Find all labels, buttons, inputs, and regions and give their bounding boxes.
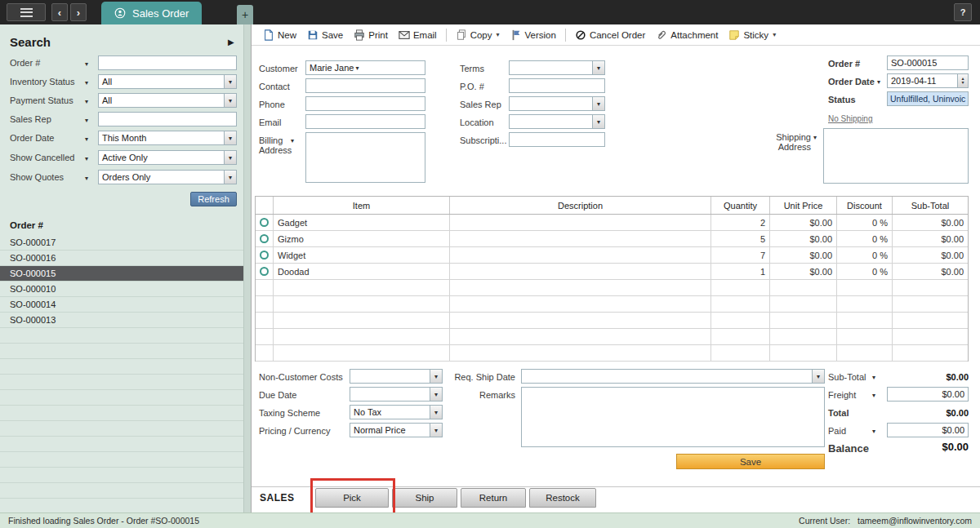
shipping-address-box[interactable] (823, 128, 969, 184)
save-order-button[interactable]: Save (676, 454, 825, 469)
version-button[interactable]: Version (506, 27, 561, 43)
unit-price-cell[interactable]: $0.00 (770, 215, 837, 230)
item-cell[interactable]: Widget (274, 247, 450, 263)
item-cell[interactable]: Gizmo (274, 231, 450, 246)
grid-empty-row[interactable] (256, 280, 968, 296)
sub-total-cell[interactable]: $0.00 (893, 264, 968, 279)
unit-price-cell[interactable]: $0.00 (770, 264, 837, 279)
chevron-down-icon[interactable]: ▾ (872, 374, 875, 381)
order-date-input[interactable]: 2019-04-11 ▴ ▾ (887, 73, 969, 88)
order-list-item[interactable]: SO-000014 (0, 297, 243, 313)
date-spinner[interactable]: ▴ ▾ (957, 74, 968, 87)
new-tab-button[interactable]: + (237, 5, 253, 24)
save-button[interactable]: Save (302, 27, 348, 43)
po-number-input[interactable] (509, 78, 605, 93)
chevron-down-icon[interactable]: ▾ (877, 78, 880, 86)
refresh-button[interactable]: Refresh (190, 192, 237, 206)
new-button[interactable]: New (258, 27, 301, 43)
quantity-cell[interactable]: 2 (711, 215, 770, 230)
help-button[interactable]: ? (954, 3, 972, 21)
chevron-down-icon[interactable]: ▾ (85, 117, 88, 124)
row-indicator-cell[interactable] (256, 264, 274, 279)
taxing-scheme-select[interactable]: No Tax ▾ (350, 405, 443, 419)
grid-empty-row[interactable] (256, 296, 968, 313)
print-button[interactable]: Print (349, 27, 393, 43)
filter-inventory-status-select[interactable]: All ▾ (98, 74, 237, 89)
chevron-down-icon[interactable]: ▾ (872, 428, 875, 435)
item-cell[interactable]: Gadget (274, 215, 450, 230)
item-cell[interactable]: Doodad (274, 264, 450, 279)
chevron-down-icon[interactable]: ▾ (85, 155, 88, 162)
sub-total-cell[interactable]: $0.00 (893, 231, 968, 246)
description-cell[interactable] (450, 215, 711, 230)
filter-payment-status-select[interactable]: All ▾ (98, 93, 237, 108)
row-indicator-cell[interactable] (256, 247, 274, 263)
filter-order-number-input[interactable] (98, 55, 237, 70)
tab-sales-order[interactable]: Sales Order (101, 2, 202, 24)
non-customer-costs-select[interactable]: ▾ (350, 369, 443, 384)
chevron-down-icon[interactable]: ▾ (85, 175, 88, 182)
ship-tab-button[interactable]: Ship (392, 488, 457, 508)
freight-input[interactable] (887, 387, 969, 402)
unit-price-cell[interactable]: $0.00 (770, 247, 837, 263)
unit-price-cell[interactable]: $0.00 (770, 231, 837, 246)
phone-input[interactable] (305, 96, 425, 111)
no-shipping-link[interactable]: No Shipping (828, 114, 872, 123)
cancel-order-button[interactable]: Cancel Order (570, 27, 650, 43)
remarks-textarea[interactable] (521, 387, 825, 447)
chevron-down-icon[interactable]: ▾ (85, 79, 88, 87)
subscription-input[interactable] (509, 132, 605, 147)
filter-sales-rep-input[interactable] (98, 112, 237, 126)
billing-address-box[interactable] (305, 132, 425, 183)
discount-cell[interactable]: 0 % (837, 215, 893, 230)
filter-order-date-select[interactable]: This Month ▾ (98, 131, 237, 145)
order-list-item[interactable]: SO-000010 (0, 282, 243, 297)
order-number-input[interactable] (887, 55, 969, 70)
collapse-panel-arrow-icon[interactable]: ▶ (228, 38, 234, 47)
pick-tab-button[interactable]: Pick (315, 488, 389, 508)
chevron-down-icon[interactable]: ▾ (85, 98, 88, 105)
filter-show-cancelled-select[interactable]: Active Only ▾ (98, 150, 237, 165)
return-tab-button[interactable]: Return (461, 488, 526, 508)
customer-combo[interactable]: Marie Jane ▾ (305, 60, 425, 75)
filter-show-quotes-select[interactable]: Orders Only ▾ (98, 170, 237, 184)
back-button[interactable]: ‹ (51, 3, 68, 21)
req-ship-date-select[interactable]: ▾ (521, 369, 825, 384)
due-date-select[interactable]: ▾ (350, 387, 443, 402)
grid-empty-row[interactable] (256, 313, 968, 329)
order-list-item[interactable]: SO-000016 (0, 251, 243, 266)
email-button[interactable]: Email (394, 27, 442, 43)
quantity-cell[interactable]: 5 (711, 231, 770, 246)
description-cell[interactable] (450, 247, 711, 263)
grid-empty-row[interactable] (256, 329, 968, 345)
description-cell[interactable] (450, 231, 711, 246)
chevron-down-icon[interactable]: ▾ (291, 137, 294, 144)
grid-empty-row[interactable] (256, 345, 968, 362)
row-indicator-cell[interactable] (256, 231, 274, 246)
hamburger-menu-button[interactable] (7, 3, 46, 21)
email-input[interactable] (305, 114, 425, 129)
description-cell[interactable] (450, 264, 711, 279)
contact-input[interactable] (305, 78, 425, 93)
sub-total-cell[interactable]: $0.00 (893, 247, 968, 263)
chevron-down-icon[interactable]: ▾ (85, 135, 88, 143)
order-list-item[interactable]: SO-000013 (0, 313, 243, 328)
order-list-item[interactable]: SO-000017 (0, 235, 243, 251)
paid-input[interactable] (887, 423, 969, 437)
copy-button[interactable]: Copy ▾ (451, 27, 505, 43)
sales-rep-select[interactable]: ▾ (509, 96, 605, 111)
restock-tab-button[interactable]: Restock (529, 488, 596, 508)
sticky-button[interactable]: Sticky ▾ (724, 27, 781, 43)
chevron-down-icon[interactable]: ▾ (872, 392, 875, 399)
panel-splitter[interactable] (243, 24, 252, 512)
sub-total-cell[interactable]: $0.00 (893, 215, 968, 230)
forward-button[interactable]: › (70, 3, 87, 21)
pricing-currency-select[interactable]: Normal Price ▾ (350, 423, 443, 437)
chevron-down-icon[interactable]: ▾ (85, 60, 88, 68)
quantity-cell[interactable]: 7 (711, 247, 770, 263)
discount-cell[interactable]: 0 % (837, 247, 893, 263)
chevron-down-icon[interactable]: ▾ (813, 134, 817, 141)
discount-cell[interactable]: 0 % (837, 264, 893, 279)
row-indicator-cell[interactable] (256, 215, 274, 230)
attachment-button[interactable]: Attachment (651, 27, 723, 43)
